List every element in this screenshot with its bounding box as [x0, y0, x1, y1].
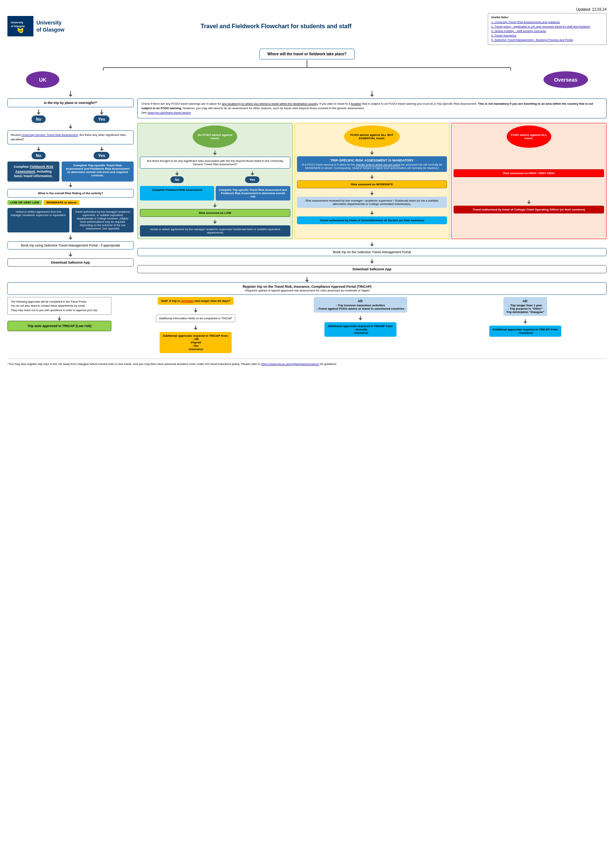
no2-yes2-row: No Yes: [8, 147, 133, 159]
review-box: Review University Generic Travel Risk As…: [8, 130, 133, 144]
green-complete-row: Complete Fieldwork Risk Assessment Compl…: [140, 186, 290, 200]
branch-connector: [8, 60, 606, 71]
arrow-safezone-overseas: [137, 259, 606, 264]
risk-review-box: Risk assessment reviewed by line manager…: [297, 197, 447, 208]
risk-high-box: Risk assessed as HIGH / VERY HIGH: [454, 169, 604, 177]
useful-links-box: Useful links: 1. University Travel Risk …: [488, 13, 606, 45]
uk-oval: UK: [26, 71, 59, 88]
no-oval: No: [31, 115, 46, 123]
yellow-oval: FCDO advice against ALL BUT ESSENTIAL tr…: [344, 126, 400, 148]
arrow-yes: [100, 110, 104, 115]
bottom-right: Staff: If trip is overseas and longer th…: [114, 297, 606, 353]
approvals-yellow-box: Additional approvals required in TRICAP …: [160, 332, 231, 353]
approvals-teal-box: Additional approvals required in TRICAP …: [489, 326, 561, 337]
link-3[interactable]: 3. Global mobility - staff working overs…: [491, 29, 603, 33]
bottom-col-1: Staff: If trip is overseas and longer th…: [114, 297, 277, 353]
overall-risk-box: What is the overall Risk Rating of the a…: [8, 189, 133, 197]
risk-labels-row: LOW OR VERY LOW MODERATE or above: [8, 200, 133, 205]
book-trip-uk-box: Book trip using Selective Travel Managem…: [8, 241, 133, 250]
download-safezone-uk-box: Download Safezone App: [8, 258, 133, 267]
no-yes-row: No Yes: [8, 110, 133, 123]
green-oval: No FCDO advice against travel.: [193, 126, 237, 148]
green-question-box: Are there thought to be any significant …: [140, 157, 290, 169]
all2-box: All: - Trip longer than 1 year- Trip pur…: [503, 297, 547, 316]
fcdo-text: Check if there are any FCDO travel warni…: [141, 102, 593, 114]
book-trip-overseas-box: Book trip on the Selective Travel Manage…: [137, 248, 606, 256]
footnote: *You may also register day trips in the …: [8, 359, 606, 367]
risk-moderate-box: Risk assessed as MODERATE: [297, 180, 447, 188]
yellow-col: FCDO advice against ALL BUT ESSENTIAL tr…: [295, 123, 450, 239]
review-text: Review University Generic Travel Risk As…: [11, 133, 126, 141]
overseas-three-col: No FCDO advice against travel. Are there…: [137, 123, 606, 239]
start-question-box: Where will the travel or fieldwork take …: [259, 49, 354, 59]
v-line: [70, 91, 71, 95]
page-container: University of Glasgow UG University of G…: [8, 8, 606, 367]
arrow-tricap: [8, 277, 606, 282]
additional-info-box: Additional information fields to be comp…: [156, 315, 236, 322]
link-1[interactable]: 1. University Travel Risk Assessments an…: [491, 20, 603, 25]
links-title: Useful links:: [491, 16, 603, 19]
approvals-blue-box: Additional approvals required in TRICAP …: [324, 322, 396, 337]
arrow-head: [69, 95, 72, 97]
main-title: Travel and Fieldwork Flowchart for stude…: [64, 23, 488, 30]
arrow-fcdo: [137, 91, 606, 97]
start-question-container: Where will the travel or fieldwork take …: [8, 49, 606, 59]
link-2[interactable]: 2. Travel policy - applicable to UK and …: [491, 25, 603, 29]
travel-authorised-box: Travel authorised by line manager/ acade…: [71, 208, 133, 232]
link-4[interactable]: 4. Travel Insurance: [491, 33, 603, 38]
yes2-branch: Yes: [93, 147, 110, 159]
logo-text: University of Glasgow: [36, 19, 64, 33]
arrow-yes2: [100, 147, 104, 151]
complete-trip-specific-box: Complete Trip-specific Travel Risk Asses…: [62, 161, 133, 181]
arrow-no: [37, 110, 40, 115]
arrow-book-overseas: [137, 242, 606, 246]
uk-overseas-row: UK Overseas: [8, 71, 606, 88]
risk-low-box: Risk assessed as LOW: [140, 209, 290, 217]
overseas-column: Check if there are any FCDO travel warni…: [137, 91, 606, 273]
footnote-link[interactable]: https://www.gla.ac.uk/myglasgow/insuranc…: [261, 362, 319, 366]
all1-box: All: - Trip involves hazardous activitie…: [314, 297, 408, 313]
complete-boxes-row: Complete Fieldwork Risk Assessment, Incl…: [8, 161, 133, 181]
svg-text:UG: UG: [19, 30, 22, 32]
plane-question-text: Is the trip by plane or overnight?*: [44, 101, 97, 105]
download-safezone-overseas-box: Download Safezone App: [137, 265, 606, 273]
updated-text: Updated: 12.03.24: [576, 8, 606, 11]
university-logo: University of Glasgow UG: [8, 16, 33, 36]
auto-approved-box: Trip auto approved in TRICAP (Low risk): [8, 321, 112, 331]
arrow-green: [140, 151, 290, 155]
arrow-review: [8, 124, 133, 129]
logo-area: University of Glasgow UG University of G…: [8, 16, 64, 36]
branch-svg: [8, 60, 606, 71]
green-no-yes-row: No Yes: [140, 172, 290, 183]
arrow-no2: [37, 147, 40, 151]
svg-text:of Glasgow: of Glasgow: [11, 25, 25, 28]
low-risk-label: LOW OR VERY LOW: [8, 200, 42, 205]
flowchart: Where will the travel or fieldwork take …: [8, 49, 606, 367]
bottom-left: The following approvals will be complete…: [8, 297, 112, 331]
moderate-label: MODERATE or above: [43, 200, 79, 205]
complete-fieldwork-risk-box: Complete Fieldwork Risk Assessment, Incl…: [8, 161, 59, 181]
green-col: No FCDO advice against travel. Are there…: [137, 123, 293, 239]
staff-question-box: Staff: If trip is overseas and longer th…: [158, 297, 233, 305]
bottom-col-2: All: - Trip involves hazardous activitie…: [279, 297, 442, 353]
yes2-oval: Yes: [93, 152, 110, 159]
auth-boxes-row: Verbal or written agreement from line ma…: [8, 208, 133, 232]
mandatory-box: TRIP-SPECIFIC RISK ASSESSMENT IS MANDATO…: [297, 156, 447, 172]
overseas-oval: Overseas: [543, 71, 588, 88]
start-question-text: Where will the travel or fieldwork take …: [267, 52, 346, 56]
yes-oval: Yes: [93, 115, 110, 123]
green-no-oval: No: [171, 176, 184, 183]
fcdo-link[interactable]: www.gov.uk/foreign-travel-advice: [147, 111, 191, 114]
green-oval-container: No FCDO advice against travel.: [140, 126, 290, 148]
title-area: Travel and Fieldwork Flowchart for stude…: [64, 23, 488, 30]
travel-college-box: Travel authorised by Head of College/ Ch…: [454, 206, 604, 214]
tricap-info-box: The following approvals will be complete…: [8, 297, 112, 315]
yellow-oval-container: FCDO advice against ALL BUT ESSENTIAL tr…: [297, 126, 447, 148]
tricap-box: Register trip on the Travel Risk, Insura…: [8, 282, 606, 295]
link-5[interactable]: 5. Selective Travel Management - Booking…: [491, 38, 603, 42]
svg-text:University: University: [11, 21, 23, 24]
arrow-book-uk: [8, 236, 133, 240]
main-columns: Is the trip by plane or overnight?* No: [8, 91, 606, 273]
no2-oval: No: [31, 152, 46, 159]
plane-question-box: Is the trip by plane or overnight?*: [8, 98, 133, 107]
